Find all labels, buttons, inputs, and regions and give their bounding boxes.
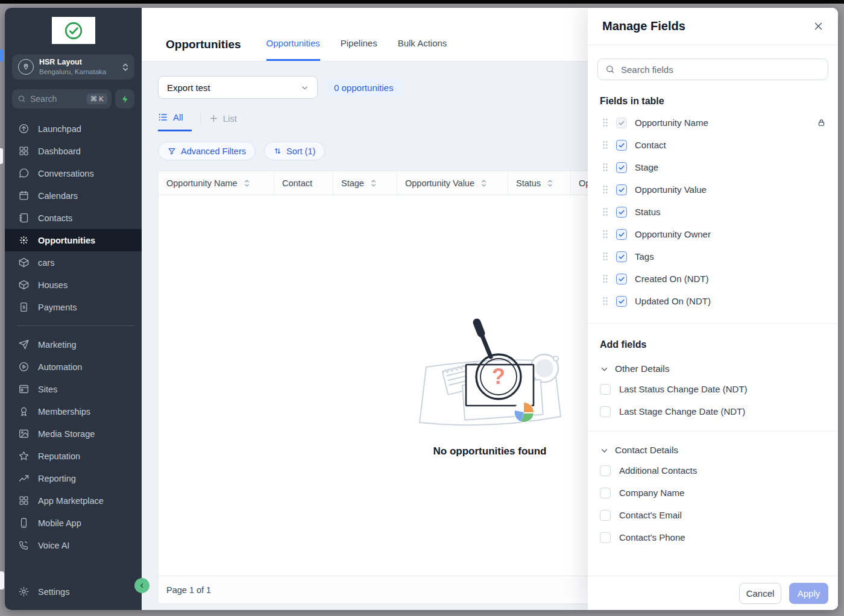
drag-handle[interactable] [602, 140, 608, 149]
field-label: Opportunity Name [635, 118, 809, 128]
sidebar-collapse-button[interactable] [134, 578, 150, 593]
sidebar-item-cars[interactable]: cars [5, 251, 142, 274]
book-icon [18, 212, 30, 224]
drag-handle-icon [602, 297, 608, 306]
sidebar-item-opportunities[interactable]: Opportunities [5, 229, 142, 251]
checkbox[interactable] [600, 465, 611, 476]
checkbox[interactable] [616, 162, 627, 173]
checkbox[interactable] [600, 488, 611, 498]
drag-handle[interactable] [602, 207, 608, 216]
lightning-bolt-icon [121, 95, 130, 104]
sidebar-item-settings[interactable]: Settings [5, 580, 142, 603]
sidebar-item-voice-ai[interactable]: Voice AI [5, 534, 142, 556]
cancel-button[interactable]: Cancel [739, 583, 781, 604]
drag-handle[interactable] [602, 185, 608, 194]
svg-text:$: $ [22, 304, 25, 310]
group-label: Contact Details [615, 445, 678, 456]
field-row: Opportunity Name [588, 112, 838, 134]
drag-handle[interactable] [602, 252, 608, 261]
sidebar-item-memberships[interactable]: Memberships [5, 400, 142, 423]
close-button[interactable] [813, 21, 824, 31]
column-label: Status [516, 178, 541, 188]
advanced-filters-button[interactable]: Advanced Filters [158, 142, 256, 160]
checkbox[interactable] [616, 184, 627, 195]
sidebar-item-conversations[interactable]: Conversations [5, 162, 142, 184]
checkbox[interactable] [600, 532, 611, 543]
column-header-opportunity-value[interactable]: Opportunity Value [397, 171, 508, 195]
group-header-other-details[interactable]: Other Details [600, 363, 826, 374]
field-search-input[interactable]: Search fields [597, 58, 828, 80]
cube-icon [18, 257, 30, 268]
sidebar-item-marketing[interactable]: Marketing [5, 333, 142, 356]
sidebar-item-label: Settings [38, 587, 69, 597]
brand-logo[interactable] [52, 17, 95, 44]
sidebar-item-media-storage[interactable]: Media Storage [5, 423, 142, 445]
sort-label: Sort (1) [286, 146, 315, 156]
column-header-opportunity-name[interactable]: Opportunity Name [159, 171, 274, 195]
checkbox[interactable] [616, 274, 627, 284]
checkbox[interactable] [616, 296, 627, 307]
manage-fields-footer: Cancel Apply [588, 576, 838, 610]
lock-icon [817, 118, 826, 127]
checkbox[interactable] [600, 510, 611, 521]
field-row: Created On (NDT) [588, 268, 838, 290]
sidebar-item-houses[interactable]: Houses [5, 274, 142, 296]
tab-opportunities[interactable]: Opportunities [266, 38, 320, 61]
location-switcher[interactable]: HSR Layout Bengaluru, Karnataka [12, 54, 134, 80]
sidebar-item-reporting[interactable]: Reporting [5, 467, 142, 489]
addable-field-row: Company Name [588, 482, 838, 504]
sidebar-item-label: Media Storage [38, 429, 95, 439]
column-header-status[interactable]: Status [508, 171, 571, 195]
drag-handle[interactable] [602, 163, 608, 172]
sidebar-item-payments[interactable]: $Payments [5, 296, 142, 318]
quick-actions-button[interactable] [115, 89, 134, 108]
group-header-contact-details[interactable]: Contact Details [600, 445, 826, 456]
drag-handle[interactable] [602, 274, 608, 283]
sidebar-search-input[interactable]: Search ⌘ K [12, 89, 112, 108]
plus-icon [209, 114, 218, 123]
field-label: Status [635, 207, 826, 217]
sidebar-item-mobile-app[interactable]: Mobile App [5, 512, 142, 534]
calendar-icon [18, 190, 30, 201]
add-list-button[interactable]: List [209, 108, 237, 131]
drag-handle[interactable] [602, 230, 608, 239]
sidebar-item-calendars[interactable]: Calendars [5, 184, 142, 207]
sidebar-item-dashboard[interactable]: Dashboard [5, 140, 142, 162]
view-tab-all[interactable]: All [158, 107, 192, 131]
apply-button[interactable]: Apply [789, 583, 828, 604]
column-header-contact[interactable]: Contact [274, 171, 333, 195]
list-bullets-icon [158, 112, 168, 122]
column-header-stage[interactable]: Stage [333, 171, 397, 195]
tab-bulk-actions[interactable]: Bulk Actions [398, 38, 447, 61]
checkbox[interactable] [600, 406, 611, 417]
checkbox[interactable] [616, 140, 627, 151]
award-icon [18, 406, 30, 417]
checkbox[interactable] [600, 384, 611, 395]
opportunity-count-badge[interactable]: 0 opportunities [326, 79, 401, 96]
sidebar-item-contacts[interactable]: Contacts [5, 207, 142, 229]
sort-button[interactable]: Sort (1) [264, 142, 325, 160]
checkbox[interactable] [616, 229, 627, 240]
location-address: Bengaluru, Karnataka [39, 68, 117, 76]
checkbox[interactable] [616, 251, 627, 262]
checkbox[interactable] [616, 207, 627, 218]
addable-field-row: Contact's Phone [588, 526, 838, 548]
drag-handle[interactable] [602, 297, 608, 306]
checkbox[interactable] [616, 118, 627, 128]
sidebar-item-sites[interactable]: Sites [5, 378, 142, 400]
sidebar-item-app-marketplace[interactable]: App Marketplace [5, 489, 142, 512]
addable-field-row: Contact's Email [588, 504, 838, 526]
sort-caret-icon [244, 179, 250, 187]
sidebar-item-launchpad[interactable]: Launchpad [5, 118, 142, 140]
background-window-artifact [0, 49, 4, 61]
svg-text:?: ? [492, 364, 505, 389]
field-label: Opportunity Value [635, 184, 826, 195]
sidebar-item-automation[interactable]: Automation [5, 356, 142, 378]
empty-illustration: ? [409, 314, 571, 438]
field-label: Company Name [619, 488, 826, 498]
sidebar-item-reputation[interactable]: Reputation [5, 445, 142, 467]
saved-view-select[interactable]: Export test [158, 76, 318, 99]
tab-pipelines[interactable]: Pipelines [341, 38, 377, 61]
drag-handle[interactable] [602, 118, 608, 127]
field-row: Updated On (NDT) [588, 290, 838, 312]
